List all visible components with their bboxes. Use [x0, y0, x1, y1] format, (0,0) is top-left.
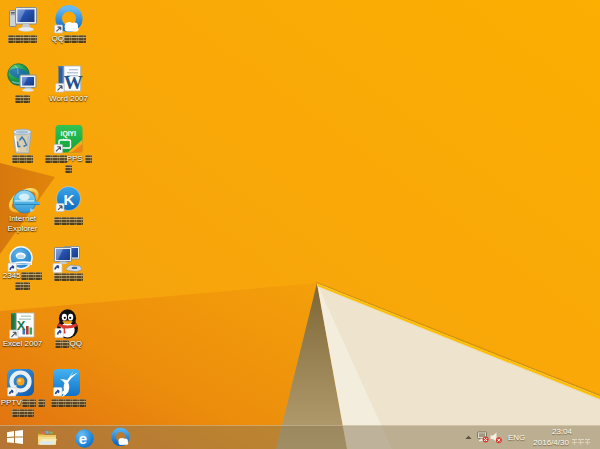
svg-text:iQIYI: iQIYI	[61, 130, 77, 138]
svg-text:W: W	[64, 72, 83, 93]
svg-text:e: e	[79, 430, 87, 447]
svg-text:K: K	[64, 191, 75, 208]
